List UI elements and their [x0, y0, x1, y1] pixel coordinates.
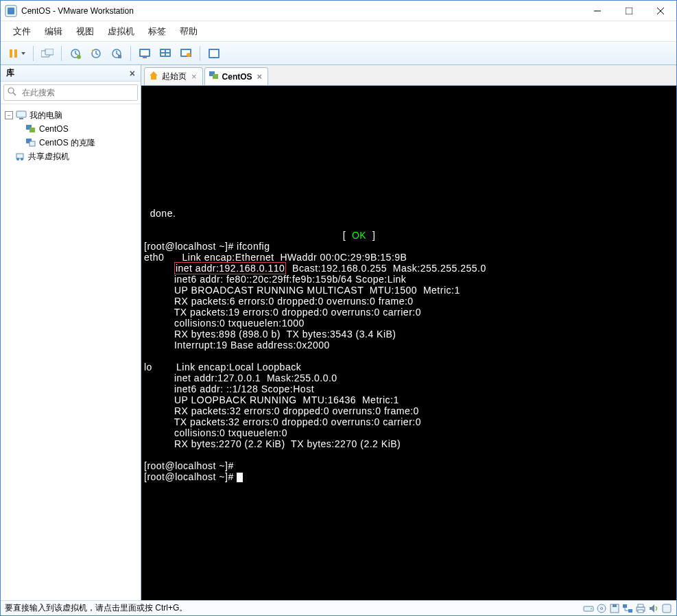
sidebar: 库 × − 我的电脑 CentOS [1, 65, 141, 600]
revert-snapshot-button[interactable] [86, 45, 106, 62]
manage-snapshots-button[interactable] [107, 45, 126, 62]
tab-bar: 起始页 × CentOS × [141, 65, 676, 86]
tree-node-mycomputer[interactable]: − 我的电脑 [1, 108, 141, 122]
tree-label: 共享虚拟机 [28, 151, 69, 163]
svg-rect-16 [141, 50, 149, 56]
svg-point-44 [601, 607, 603, 609]
floppy-icon[interactable] [609, 603, 620, 614]
minimize-button[interactable] [582, 1, 613, 21]
svg-rect-33 [29, 128, 35, 132]
svg-point-11 [77, 55, 81, 59]
svg-rect-35 [29, 141, 35, 146]
tree-label: 我的电脑 [29, 110, 62, 121]
svg-point-25 [187, 53, 191, 57]
tab-close-button[interactable]: × [256, 71, 264, 82]
svg-rect-19 [161, 50, 165, 52]
svg-rect-47 [623, 604, 627, 608]
svg-rect-21 [161, 54, 165, 56]
svg-rect-51 [638, 610, 643, 613]
svg-rect-50 [638, 604, 643, 607]
svg-rect-1 [8, 8, 14, 14]
svg-point-37 [16, 158, 19, 161]
menu-bar: 文件 编辑 视图 虚拟机 标签 帮助 [1, 21, 676, 42]
svg-rect-3 [626, 8, 632, 14]
title-bar: CentOS - VMware Workstation [1, 1, 676, 21]
main-area: 起始页 × CentOS × done. [ OK ] [root@lo [141, 65, 676, 600]
tree-node-centos-clone[interactable]: CentOS 的克隆 [1, 136, 141, 150]
cd-icon[interactable] [596, 603, 607, 614]
svg-rect-7 [14, 49, 17, 58]
sound-icon[interactable] [648, 603, 659, 614]
send-ctrl-alt-del-button[interactable] [38, 45, 57, 62]
svg-point-28 [8, 88, 14, 93]
svg-rect-18 [160, 49, 171, 57]
shared-icon [14, 151, 25, 162]
tab-centos[interactable]: CentOS × [204, 67, 269, 85]
vm-icon [209, 71, 219, 82]
status-text: 要直接输入到该虚拟机，请点击里面或按 Ctrl+G。 [5, 602, 187, 614]
svg-rect-36 [16, 154, 23, 158]
status-bar: 要直接输入到该虚拟机，请点击里面或按 Ctrl+G。 [1, 600, 676, 615]
sidebar-header: 库 × [1, 65, 141, 82]
menu-edit[interactable]: 编辑 [39, 23, 68, 40]
window-title: CentOS - VMware Workstation [21, 6, 582, 16]
home-icon [149, 71, 158, 82]
svg-rect-9 [45, 49, 54, 55]
vm-icon [25, 137, 36, 148]
hdd-icon[interactable] [583, 603, 594, 614]
chevron-down-icon [21, 52, 25, 55]
tab-label: CentOS [222, 72, 252, 82]
library-tree: − 我的电脑 CentOS CentOS 的克隆 共享虚拟 [1, 104, 141, 600]
svg-point-38 [21, 158, 23, 161]
svg-rect-22 [166, 54, 169, 56]
menu-view[interactable]: 视图 [71, 23, 99, 40]
network-icon[interactable] [622, 603, 633, 614]
thumbnail-view-button[interactable] [156, 45, 175, 62]
tree-node-centos[interactable]: CentOS [1, 122, 141, 136]
close-button[interactable] [645, 1, 676, 21]
svg-rect-46 [613, 604, 617, 607]
svg-rect-27 [210, 50, 218, 57]
third-view-button[interactable] [176, 45, 195, 62]
svg-rect-48 [628, 609, 632, 613]
svg-rect-20 [166, 50, 169, 52]
maximize-button[interactable] [613, 1, 645, 21]
printer-icon[interactable] [635, 603, 646, 614]
computer-icon [16, 110, 27, 121]
collapse-icon[interactable]: − [5, 111, 13, 119]
svg-rect-14 [118, 55, 121, 58]
message-icon[interactable] [661, 603, 672, 614]
svg-rect-31 [19, 118, 23, 119]
fullscreen-button[interactable] [204, 45, 224, 62]
sidebar-title: 库 [6, 67, 14, 79]
show-console-button[interactable] [135, 45, 154, 62]
menu-help[interactable]: 帮助 [174, 23, 203, 40]
menu-file[interactable]: 文件 [8, 23, 36, 40]
tab-home[interactable]: 起始页 × [144, 67, 203, 85]
vm-icon [25, 123, 36, 134]
menu-tabs[interactable]: 标签 [143, 23, 171, 40]
tab-close-button[interactable]: × [190, 71, 198, 82]
svg-rect-6 [10, 49, 12, 58]
sidebar-close-button[interactable]: × [130, 68, 135, 79]
svg-rect-52 [663, 604, 671, 613]
svg-line-29 [13, 93, 16, 95]
svg-rect-30 [16, 111, 26, 117]
vm-console[interactable]: done. [ OK ] [root@localhost ~]# ifconfi… [141, 86, 676, 600]
tab-label: 起始页 [162, 71, 187, 82]
search-icon [8, 86, 16, 99]
tree-label: CentOS [39, 124, 69, 134]
svg-rect-17 [143, 57, 147, 58]
snapshot-button[interactable] [66, 45, 85, 62]
power-button[interactable] [5, 45, 29, 62]
tree-node-shared[interactable]: 共享虚拟机 [1, 150, 141, 163]
toolbar [1, 42, 676, 65]
menu-vm[interactable]: 虚拟机 [102, 23, 140, 40]
status-device-icons [583, 603, 672, 614]
app-icon [5, 5, 17, 17]
tree-label: CentOS 的克隆 [39, 137, 95, 149]
svg-point-42 [591, 608, 592, 609]
search-input[interactable] [3, 84, 138, 101]
svg-rect-40 [213, 74, 218, 79]
